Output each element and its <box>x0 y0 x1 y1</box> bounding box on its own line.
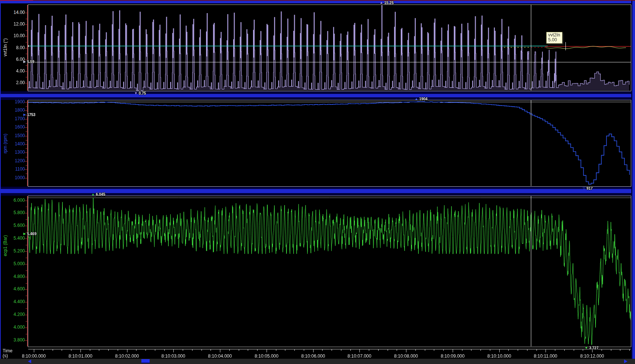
y-tick-label-ecp1: 5.200 <box>1 248 25 254</box>
y-tick-ecp1 <box>24 289 27 290</box>
y-minor-tick-ecp1 <box>26 219 27 220</box>
x-tick-label: 8:10:10.000 <box>475 353 524 359</box>
x-tick-label: 8:10:02.000 <box>103 353 152 359</box>
y-tick-vvt1In <box>24 13 27 13</box>
marker-ecp1-max-icon: ▲ <box>91 193 95 196</box>
time-cursor-line-rpm[interactable] <box>531 100 531 186</box>
marker-vvt1in-max-icon: ▲ <box>380 1 383 5</box>
y-tick-ecp1 <box>24 302 27 302</box>
y-minor-tick-vvt1In <box>26 30 27 31</box>
y-tick-vvt1In <box>24 36 27 36</box>
x-tick-label: 8:10:05.000 <box>242 353 291 359</box>
y-tick-ecp1 <box>24 201 27 201</box>
y-minor-tick-ecp1 <box>26 308 27 309</box>
panel-ecp1[interactable] <box>28 196 631 347</box>
y-tick-label-ecp1: 4.400 <box>1 299 25 304</box>
x-tick-label: 8:10:03.000 <box>149 353 198 359</box>
y-tick-rpm <box>24 178 27 178</box>
y-tick-label-ecp1: 5.800 <box>1 210 25 215</box>
vvt2in-series-cursor-tick[interactable] <box>565 42 566 50</box>
y-minor-tick-rpm <box>26 140 27 140</box>
y-tick-ecp1 <box>24 340 27 341</box>
time-axis-ticks <box>0 347 635 353</box>
y-tick-label-ecp1: 5.600 <box>1 223 25 228</box>
y-minor-tick-vvt1In <box>26 54 27 54</box>
y-minor-tick-ecp1 <box>26 321 27 322</box>
y-tick-label-rpm: 1700 <box>1 116 25 121</box>
marker-ecp1-min-value: 3.727 <box>589 346 599 350</box>
y-minor-tick-vvt1In <box>26 42 27 42</box>
frame-top-accent <box>0 0 33 1</box>
vvt1in-plot-canvas[interactable] <box>28 5 631 91</box>
ecp1-plot-canvas[interactable] <box>28 196 631 347</box>
panel-splitter-1[interactable] <box>0 91 635 100</box>
teal-line-start-dot <box>28 45 29 47</box>
y-tick-label-vvt1In: 14.00 <box>1 10 25 15</box>
y-tick-vvt1In <box>24 71 27 72</box>
y-tick-vvt1In <box>24 24 27 25</box>
y-tick-ecp1 <box>24 264 27 264</box>
marker-ecp1-cursor-value-value: 5.469 <box>27 232 36 236</box>
scrollbar-right-arrow-icon[interactable] <box>624 359 627 363</box>
y-minor-tick-rpm <box>26 106 27 107</box>
horizontal-scrollbar[interactable] <box>0 359 635 364</box>
y-minor-tick-vvt1In <box>26 19 27 19</box>
y-tick-label-vvt1In: 8.00 <box>1 45 25 50</box>
y-tick-label-vvt1In: 4.00 <box>1 68 25 74</box>
y-axis-line-ecp1 <box>27 196 28 346</box>
marker-rpm-min-icon: ▽ <box>583 187 585 190</box>
marker-vvt1in-min-icon: ▼ <box>134 92 138 95</box>
y-tick-vvt1In <box>24 83 27 83</box>
marker-vvt1in-min: ▼0.75 <box>134 91 146 95</box>
y-tick-label-vvt1In: 12.00 <box>1 21 25 27</box>
signal-viewer: vvt1In (°) rpm (rpm) ecp1 (Bar) Time (s)… <box>0 0 635 364</box>
marker-vvt1in-max: ▲15.25 <box>380 1 394 5</box>
y-tick-label-rpm: 1100 <box>1 166 25 172</box>
panel-rpm[interactable] <box>28 100 631 187</box>
y-tick-rpm <box>24 127 27 128</box>
y-tick-rpm <box>24 136 27 136</box>
y-tick-label-rpm: 1600 <box>1 124 25 130</box>
marker-ecp1-max-value: 6.045 <box>96 192 105 196</box>
y-minor-tick-vvt1In <box>26 77 27 77</box>
panel-vvt1in[interactable] <box>28 5 631 91</box>
scrollbar-thumb[interactable] <box>141 359 150 363</box>
y-tick-rpm <box>24 110 27 111</box>
y-tick-rpm <box>24 169 27 170</box>
y-minor-tick-rpm <box>26 157 27 157</box>
y-minor-tick-ecp1 <box>26 334 27 334</box>
marker-rpm-max: ▲1904 <box>415 97 427 101</box>
time-cursor-line-ecp1[interactable] <box>531 196 531 346</box>
y-tick-label-rpm: 1300 <box>1 150 25 155</box>
y-tick-ecp1 <box>24 315 27 315</box>
marker-ecp1-cursor-value: ▶5.469 <box>23 232 36 236</box>
marker-vvt1in-cursor-value: ▶5.59 <box>23 60 34 64</box>
y-tick-ecp1 <box>24 226 27 226</box>
rpm-plot-canvas[interactable] <box>28 100 631 186</box>
marker-vvt1in-max-value: 15.25 <box>384 1 394 5</box>
y-axis-line-vvt1In <box>27 5 28 91</box>
y-minor-tick-ecp1 <box>26 207 27 207</box>
marker-vvt1in-min-value: 0.75 <box>139 91 146 95</box>
y-tick-label-ecp1: 4.600 <box>1 286 25 292</box>
y-tick-label-ecp1: 4.800 <box>1 274 25 279</box>
y-tick-label-ecp1: 4.000 <box>1 325 25 330</box>
y-tick-label-rpm: 1500 <box>1 133 25 138</box>
y-minor-tick-ecp1 <box>26 245 27 245</box>
marker-rpm-cursor-value-icon: ▶ <box>23 113 26 116</box>
y-tick-label-ecp1: 4.200 <box>1 312 25 317</box>
frame-top-band <box>0 1 635 3</box>
y-tick-label-ecp1: 5.400 <box>1 236 25 241</box>
marker-rpm-cursor-value-value: 1753 <box>27 113 35 117</box>
y-axis-title-ecp1: ecp1 (Bar) <box>3 208 8 283</box>
scrollbar-left-arrow-icon[interactable] <box>28 359 31 363</box>
y-minor-tick-rpm <box>26 165 27 166</box>
y-tick-rpm <box>24 144 27 145</box>
x-tick-label: 8:10:06.000 <box>289 353 338 359</box>
marker-ecp1-min-icon: ▼ <box>585 346 588 350</box>
tooltip-value: 5.00 <box>548 38 560 42</box>
y-tick-label-vvt1In: 10.00 <box>1 33 25 38</box>
marker-rpm-min: ▽917 <box>583 186 593 190</box>
time-cursor-line-vvt1in[interactable] <box>531 5 531 91</box>
marker-rpm-cursor-value: ▶1753 <box>23 113 35 117</box>
